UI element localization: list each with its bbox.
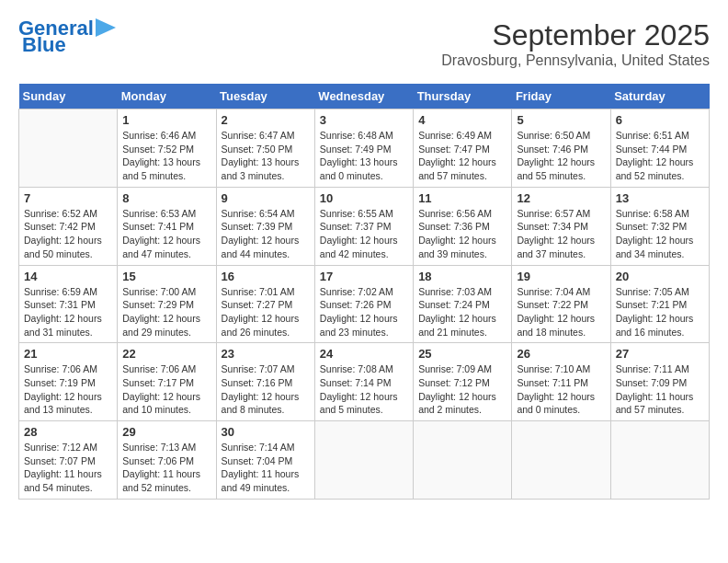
cell-info: Sunrise: 7:00 AMSunset: 7:29 PMDaylight:… [122,285,210,339]
cell-info: Sunrise: 6:58 AMSunset: 7:32 PMDaylight:… [616,207,704,261]
column-header-sunday: Sunday [19,84,118,109]
calendar-cell: 3Sunrise: 6:48 AMSunset: 7:49 PMDaylight… [314,109,413,188]
cell-info: Sunrise: 7:08 AMSunset: 7:14 PMDaylight:… [320,362,408,417]
day-number: 15 [122,270,210,283]
cell-info: Sunrise: 7:06 AMSunset: 7:19 PMDaylight:… [24,362,112,417]
cell-info: Sunrise: 7:05 AMSunset: 7:21 PMDaylight:… [616,285,704,339]
cell-info: Sunrise: 6:57 AMSunset: 7:34 PMDaylight:… [517,207,605,261]
month-title: September 2025 [441,18,710,52]
cell-info: Sunrise: 7:06 AMSunset: 7:17 PMDaylight:… [122,362,210,417]
calendar-cell: 5Sunrise: 6:50 AMSunset: 7:46 PMDaylight… [512,109,610,188]
column-header-friday: Friday [512,84,610,109]
cell-info: Sunrise: 7:02 AMSunset: 7:26 PMDaylight:… [320,285,408,339]
cell-info: Sunrise: 6:53 AMSunset: 7:41 PMDaylight:… [122,207,210,261]
cell-info: Sunrise: 7:13 AMSunset: 7:06 PMDaylight:… [122,441,210,495]
day-number: 24 [320,347,408,361]
calendar-cell: 6Sunrise: 6:51 AMSunset: 7:44 PMDaylight… [610,109,709,188]
day-number: 17 [320,270,408,283]
location-subtitle: Dravosburg, Pennsylvania, United States [441,52,710,69]
calendar-cell [512,421,610,500]
column-header-thursday: Thursday [414,84,512,109]
calendar-cell: 8Sunrise: 6:53 AMSunset: 7:41 PMDaylight… [118,187,216,265]
svg-marker-0 [96,18,116,37]
day-number: 23 [222,347,310,361]
calendar-week-2: 7Sunrise: 6:52 AMSunset: 7:42 PMDaylight… [19,187,710,265]
cell-info: Sunrise: 6:54 AMSunset: 7:39 PMDaylight:… [222,207,310,261]
day-number: 29 [122,425,210,439]
cell-info: Sunrise: 7:12 AMSunset: 7:07 PMDaylight:… [24,441,112,495]
day-number: 26 [517,347,605,361]
day-number: 20 [616,270,704,283]
day-number: 22 [122,347,210,361]
day-number: 3 [320,113,408,127]
cell-info: Sunrise: 6:51 AMSunset: 7:44 PMDaylight:… [616,129,704,183]
calendar-cell [19,109,118,188]
calendar-cell: 13Sunrise: 6:58 AMSunset: 7:32 PMDayligh… [610,187,709,265]
calendar-cell: 29Sunrise: 7:13 AMSunset: 7:06 PMDayligh… [118,421,216,500]
calendar-cell: 2Sunrise: 6:47 AMSunset: 7:50 PMDaylight… [216,109,314,188]
day-number: 9 [222,191,310,205]
cell-info: Sunrise: 7:07 AMSunset: 7:16 PMDaylight:… [222,362,310,417]
calendar-cell: 10Sunrise: 6:55 AMSunset: 7:37 PMDayligh… [314,187,413,265]
cell-info: Sunrise: 6:46 AMSunset: 7:52 PMDaylight:… [122,129,210,183]
column-header-wednesday: Wednesday [314,84,413,109]
day-number: 8 [122,191,210,205]
calendar-cell: 30Sunrise: 7:14 AMSunset: 7:04 PMDayligh… [216,421,314,500]
calendar-cell: 4Sunrise: 6:49 AMSunset: 7:47 PMDaylight… [414,109,512,188]
calendar-cell: 18Sunrise: 7:03 AMSunset: 7:24 PMDayligh… [414,265,512,343]
day-number: 16 [222,270,310,283]
cell-info: Sunrise: 6:47 AMSunset: 7:50 PMDaylight:… [222,129,310,183]
day-number: 10 [320,191,408,205]
column-header-saturday: Saturday [610,84,709,109]
day-number: 19 [517,270,605,283]
logo-arrow-icon [96,18,116,37]
day-number: 27 [616,347,704,361]
day-number: 1 [122,113,210,127]
calendar-cell: 22Sunrise: 7:06 AMSunset: 7:17 PMDayligh… [118,343,216,421]
calendar-cell: 9Sunrise: 6:54 AMSunset: 7:39 PMDaylight… [216,187,314,265]
cell-info: Sunrise: 7:04 AMSunset: 7:22 PMDaylight:… [517,285,605,339]
cell-info: Sunrise: 7:01 AMSunset: 7:27 PMDaylight:… [222,285,310,339]
cell-info: Sunrise: 7:10 AMSunset: 7:11 PMDaylight:… [517,362,605,417]
logo-text-blue: Blue [22,35,66,55]
calendar-cell: 27Sunrise: 7:11 AMSunset: 7:09 PMDayligh… [610,343,709,421]
calendar-cell: 23Sunrise: 7:07 AMSunset: 7:16 PMDayligh… [216,343,314,421]
day-number: 28 [24,425,112,439]
calendar-week-1: 1Sunrise: 6:46 AMSunset: 7:52 PMDaylight… [19,109,710,188]
calendar-week-5: 28Sunrise: 7:12 AMSunset: 7:07 PMDayligh… [19,421,710,500]
cell-info: Sunrise: 6:52 AMSunset: 7:42 PMDaylight:… [24,207,112,261]
calendar-cell: 7Sunrise: 6:52 AMSunset: 7:42 PMDaylight… [19,187,118,265]
calendar-cell: 11Sunrise: 6:56 AMSunset: 7:36 PMDayligh… [414,187,512,265]
day-number: 12 [517,191,605,205]
day-number: 5 [517,113,605,127]
calendar-cell: 19Sunrise: 7:04 AMSunset: 7:22 PMDayligh… [512,265,610,343]
day-number: 11 [418,191,506,205]
day-number: 25 [418,347,506,361]
cell-info: Sunrise: 6:49 AMSunset: 7:47 PMDaylight:… [418,129,506,183]
calendar-cell: 12Sunrise: 6:57 AMSunset: 7:34 PMDayligh… [512,187,610,265]
cell-info: Sunrise: 7:11 AMSunset: 7:09 PMDaylight:… [616,362,704,417]
calendar-cell: 26Sunrise: 7:10 AMSunset: 7:11 PMDayligh… [512,343,610,421]
cell-info: Sunrise: 7:03 AMSunset: 7:24 PMDaylight:… [418,285,506,339]
day-number: 6 [616,113,704,127]
title-block: September 2025 Dravosburg, Pennsylvania,… [441,18,710,69]
logo: General Blue [18,18,116,55]
day-number: 30 [222,425,310,439]
page-header: General Blue September 2025 Dravosburg, … [18,18,710,69]
cell-info: Sunrise: 6:48 AMSunset: 7:49 PMDaylight:… [320,129,408,183]
calendar-header-row: SundayMondayTuesdayWednesdayThursdayFrid… [19,84,710,109]
cell-info: Sunrise: 6:59 AMSunset: 7:31 PMDaylight:… [24,285,112,339]
calendar-cell: 17Sunrise: 7:02 AMSunset: 7:26 PMDayligh… [314,265,413,343]
calendar-table: SundayMondayTuesdayWednesdayThursdayFrid… [18,84,710,500]
day-number: 4 [418,113,506,127]
calendar-cell: 20Sunrise: 7:05 AMSunset: 7:21 PMDayligh… [610,265,709,343]
calendar-cell: 14Sunrise: 6:59 AMSunset: 7:31 PMDayligh… [19,265,118,343]
cell-info: Sunrise: 7:14 AMSunset: 7:04 PMDaylight:… [222,441,310,495]
calendar-cell: 15Sunrise: 7:00 AMSunset: 7:29 PMDayligh… [118,265,216,343]
calendar-week-4: 21Sunrise: 7:06 AMSunset: 7:19 PMDayligh… [19,343,710,421]
calendar-week-3: 14Sunrise: 6:59 AMSunset: 7:31 PMDayligh… [19,265,710,343]
calendar-cell [610,421,709,500]
calendar-cell: 28Sunrise: 7:12 AMSunset: 7:07 PMDayligh… [19,421,118,500]
day-number: 21 [24,347,112,361]
cell-info: Sunrise: 6:56 AMSunset: 7:36 PMDaylight:… [418,207,506,261]
